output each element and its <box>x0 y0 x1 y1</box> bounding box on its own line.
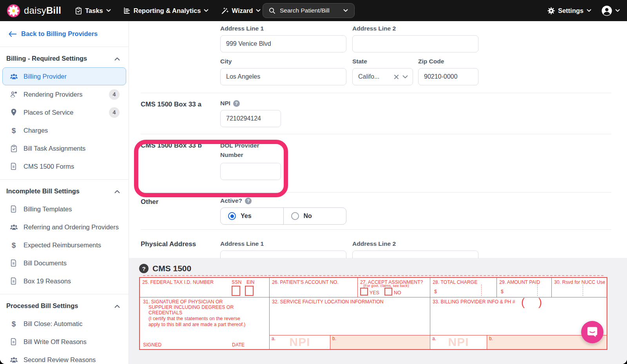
box25-title: 25. FEDERAL TAX I.D. NUMBER <box>142 279 214 285</box>
clipboard-check-icon <box>75 7 82 14</box>
sidebar-item-bill-documents[interactable]: Bill Documents <box>2 254 126 272</box>
back-to-billing-providers-link[interactable]: Back to Billing Providers <box>0 21 129 47</box>
clipboard-check-icon <box>9 145 18 152</box>
address-line-2-label: Address Line 2 <box>352 25 478 32</box>
gear-icon <box>547 7 555 14</box>
nav-tasks[interactable]: Tasks <box>75 7 111 14</box>
sidebar-item-label: CMS 1500 Forms <box>24 163 120 170</box>
help-icon[interactable]: ? <box>139 264 149 273</box>
cms-box-32b: b. <box>330 335 430 349</box>
people-group-icon <box>9 224 18 231</box>
sidebar-item-label: Referring and Ordering Providers <box>24 223 120 231</box>
search-icon <box>268 7 276 14</box>
sidebar-item-cms-1500-forms[interactable]: CMS 1500 Forms <box>2 157 126 175</box>
sidebar-item-label: Charges <box>24 127 120 134</box>
arrow-left-icon <box>9 31 16 37</box>
city-input[interactable] <box>220 68 346 85</box>
daisy-flower-icon <box>7 4 20 18</box>
sidebar-item-places-of-service[interactable]: Places of Service 4 <box>2 103 126 121</box>
cms-box-31: 31. SIGNATURE OF PHYSICIAN OR SUPPLIER I… <box>140 297 269 349</box>
nav-account[interactable] <box>602 5 620 16</box>
active-yes-option[interactable]: Yes <box>221 208 283 224</box>
date-label: DATE <box>232 342 245 348</box>
active-no-option[interactable]: No <box>283 208 346 224</box>
accept-no-checkbox[interactable] <box>384 288 392 296</box>
state-select[interactable]: Califo... <box>352 68 413 85</box>
sidebar-item-label: Second Review Reasons <box>24 356 120 364</box>
city-label: City <box>220 58 346 65</box>
npi-input[interactable] <box>220 110 281 127</box>
nav-reporting-analytics[interactable]: Reporting & Analytics <box>123 7 209 14</box>
count-badge: 4 <box>109 107 120 118</box>
dol-provider-number-input[interactable] <box>220 163 281 180</box>
help-icon[interactable]: ? <box>245 198 252 204</box>
chat-messenger-button[interactable] <box>581 321 603 343</box>
cms-box-29: 29. AMOUNT PAID $ <box>497 278 551 297</box>
b-label: b. <box>332 336 336 342</box>
cms-box-28: 28. TOTAL CHARGE $ <box>430 278 497 297</box>
search-label: Search Patient/Bill <box>280 7 330 14</box>
yes-label: Yes <box>241 213 252 220</box>
document-icon <box>9 162 18 170</box>
cents-divider <box>537 285 538 296</box>
sidebar-item-expected-reimbursements[interactable]: $ Expected Reimbursements <box>2 236 126 254</box>
sidebar-item-rendering-providers[interactable]: Rendering Providers 4 <box>2 85 126 103</box>
address-line-2-input[interactable] <box>352 35 478 52</box>
b-label: b. <box>489 336 493 342</box>
npi-watermark: NPI <box>270 335 330 349</box>
sidebar-item-billing-templates[interactable]: Billing Templates <box>2 200 126 218</box>
section-title: Incomplete Bill Settings <box>6 187 80 195</box>
section-header[interactable]: Incomplete Bill Settings <box>0 180 129 200</box>
phone-paren-close: ) <box>538 296 542 308</box>
search-patient-bill[interactable]: Search Patient/Bill <box>263 3 355 18</box>
ein-checkbox[interactable] <box>245 286 254 296</box>
billing-provider-form: Address Line 1 Address Line 2 City <box>129 21 627 364</box>
sidebar-item-label: Bill Close: Automatic <box>24 320 120 328</box>
sidebar-item-second-review-reasons[interactable]: Second Review Reasons <box>2 351 126 364</box>
sidebar-item-bill-task-assignments[interactable]: Bill Task Assignments <box>2 139 126 157</box>
help-icon[interactable]: ? <box>233 100 240 107</box>
cms-box-33a-row: CMS 1500 Box 33 a NPI ? <box>141 93 611 134</box>
cms-box-33b-row: CMS 1500 Box 33 b DOL Provider Number <box>141 134 611 193</box>
accept-yes-checkbox[interactable] <box>360 288 368 296</box>
cms-box-33a: a. NPI <box>430 335 487 349</box>
document-icon <box>9 277 18 285</box>
dollar-icon: $ <box>9 241 18 249</box>
chevron-down-icon <box>106 9 111 12</box>
brand-logo[interactable]: daisyBill <box>0 4 61 18</box>
chevron-up-icon <box>114 302 120 310</box>
state-label: State <box>352 58 413 65</box>
npi-watermark: NPI <box>430 335 487 349</box>
zip-code-label: Zip Code <box>418 58 478 65</box>
sidebar-item-referring-ordering-providers[interactable]: Referring and Ordering Providers <box>2 218 126 236</box>
npi-label: NPI <box>220 100 230 107</box>
people-group-icon <box>9 357 18 363</box>
brand-name: daisyBill <box>24 5 61 16</box>
top-nav: daisyBill Tasks Reporting & Analytics Wi… <box>0 0 627 21</box>
sidebar-item-billing-provider[interactable]: Billing Provider <box>2 67 126 85</box>
zip-code-input[interactable] <box>418 68 478 85</box>
nav-settings[interactable]: Settings <box>547 7 591 14</box>
ssn-checkbox[interactable] <box>232 286 240 296</box>
dollar-sign: $ <box>501 289 504 294</box>
sidebar-item-charges[interactable]: $ Charges <box>2 121 126 139</box>
section-header[interactable]: Processed Bill Settings <box>0 294 129 315</box>
chevron-down-icon[interactable] <box>402 75 408 79</box>
sidebar-item-bill-close-automatic[interactable]: $ Bill Close: Automatic <box>2 315 126 333</box>
section-header[interactable]: Billing - Required Settings <box>0 47 129 67</box>
cents-divider <box>583 285 583 296</box>
bar-chart-icon <box>123 7 130 14</box>
section-label: Other <box>141 197 220 225</box>
chevron-down-icon <box>256 9 261 12</box>
box33-title: 33. BILLING PROVIDER INFO & PH # <box>433 299 515 305</box>
sidebar-item-bill-write-off-reasons[interactable]: Bill Write Off Reasons <box>2 333 126 351</box>
cms-box-26: 26. PATIENT'S ACCOUNT NO. <box>269 278 357 297</box>
document-icon <box>9 338 18 346</box>
address-line-1-input[interactable] <box>220 35 346 52</box>
nav-wizard[interactable]: Wizard <box>221 7 261 14</box>
sidebar-section-billing-required: Billing - Required Settings Billing Prov… <box>0 47 129 179</box>
clear-x-icon[interactable] <box>394 74 399 79</box>
chevron-down-icon <box>615 9 620 12</box>
sidebar-item-label: Bill Task Assignments <box>24 145 120 152</box>
sidebar-item-box-19-reasons[interactable]: Box 19 Reasons <box>2 272 126 290</box>
